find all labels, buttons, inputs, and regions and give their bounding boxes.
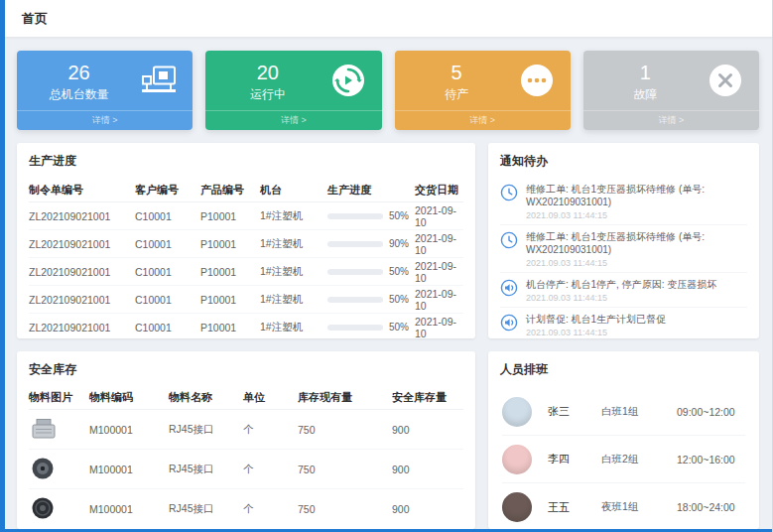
material-image-cell <box>29 457 89 482</box>
col-product: 产品编号 <box>200 183 260 198</box>
product-number: P10001 <box>200 210 260 222</box>
notification-text: 计划督促: 机台1生产计划已督促 <box>526 313 666 326</box>
notification-item[interactable]: 维修工单: 机台1变压器损坏待维修 (单号: WX202109031001) 2… <box>500 225 747 273</box>
progress-bar <box>327 213 383 219</box>
notification-body: 维修工单: 机台1变压器损坏待维修 (单号: WX202109031001) 2… <box>526 183 747 220</box>
current-stock: 750 <box>298 503 392 515</box>
product-number: P10001 <box>200 266 260 278</box>
delivery-date: 2021-09-10 <box>415 232 463 256</box>
schedule-list: 张三 白班1组 09:00~12:00 李四 白班2组 12:00~16:00 <box>488 388 759 529</box>
card-detail-link[interactable]: 详情 > <box>583 110 759 130</box>
progress-percent: 90% <box>389 238 409 249</box>
production-progress-panel: 生产进度 制令单编号 客户编号 产品编号 机台 生产进度 交货日期 ZL2021… <box>17 143 475 338</box>
staff-shift: 白班2组 <box>601 453 677 466</box>
stat-label: 总机台数量 <box>17 86 141 103</box>
material-code: M100001 <box>89 503 169 515</box>
notification-timestamp: 2021.09.03 11:44:15 <box>526 293 716 303</box>
material-image-cell <box>29 417 89 443</box>
material-image-cell <box>29 496 89 522</box>
delivery-date: 2021-09-10 <box>415 288 463 312</box>
notifications-panel-title: 通知待办 <box>488 143 759 178</box>
plug-image <box>29 457 57 482</box>
material-unit: 个 <box>243 423 298 437</box>
staff-time-range: 09:00~12:00 <box>677 406 735 418</box>
material-name: RJ45接口 <box>169 423 243 437</box>
notification-text: 维修工单: 机台1变压器损坏待维修 (单号: WX202109031001) <box>526 230 747 256</box>
safety-stock: 900 <box>392 424 463 436</box>
inventory-table-body: M100001 RJ45接口 个 750 900 <box>29 410 463 529</box>
stat-card[interactable]: 5 待产 详情 > <box>395 51 571 130</box>
col-material-name: 物料名称 <box>169 390 243 405</box>
schedule-row: 李四 白班2组 12:00~16:00 <box>502 436 745 483</box>
progress-percent: 50% <box>389 322 409 332</box>
staff-time-range: 12:00~16:00 <box>677 454 735 466</box>
customer-number: C10001 <box>135 210 200 222</box>
delivery-date: 2021-09-10 <box>415 316 463 339</box>
machine-icon <box>141 64 177 97</box>
notifications-panel: 通知待办 维修工单: 机台1变压器损坏待维修 (单号: WX202109 <box>488 143 759 338</box>
progress-bar <box>327 269 383 275</box>
production-row: ZL202109021001 C10001 P10001 1#注塑机 90% 2… <box>29 230 463 258</box>
customer-number: C10001 <box>135 322 200 333</box>
left-accent-bar <box>0 0 5 532</box>
notification-item[interactable]: 维修工单: 机台1变压器损坏待维修 (单号: WX202109031001) 2… <box>500 178 747 225</box>
notification-timestamp: 2021.09.03 11:44:15 <box>526 210 747 220</box>
stat-card-main: 1 故障 <box>583 51 759 110</box>
progress-bar <box>327 241 383 247</box>
stat-card-main: 5 待产 <box>395 51 571 110</box>
avatar <box>502 397 532 427</box>
card-detail-link[interactable]: 详情 > <box>205 110 381 130</box>
notification-item[interactable]: 机台停产: 机台1停产, 停产原因: 变压器损坏 2021.09.03 11:4… <box>500 273 747 308</box>
col-customer: 客户编号 <box>135 183 200 198</box>
notification-item[interactable]: 计划督促: 机台1生产计划已督促 2021.09.03 11:44:15 <box>500 308 747 338</box>
current-stock: 750 <box>298 464 392 475</box>
col-material-code: 物料编码 <box>89 390 169 405</box>
production-table-body: ZL202109021001 C10001 P10001 1#注塑机 50% 2… <box>29 202 463 338</box>
card-detail-link[interactable]: 详情 > <box>395 110 571 130</box>
staff-schedule-panel: 人员排班 张三 白班1组 09:00~12:00 李四 白班2组 12:0 <box>488 351 759 529</box>
stat-card[interactable]: 20 运行中 <box>205 51 381 130</box>
production-table: 制令单编号 客户编号 产品编号 机台 生产进度 交货日期 ZL202109021… <box>17 178 475 338</box>
stat-value: 26 <box>17 62 141 83</box>
waiting-icon <box>519 64 555 97</box>
stat-card-main: 20 运行中 <box>205 51 381 110</box>
order-number: ZL202109021001 <box>29 210 135 222</box>
speaker-part-image <box>29 496 57 522</box>
machine-name: 1#注塑机 <box>260 293 327 307</box>
stat-card[interactable]: 26 总机台数量 <box>17 51 193 130</box>
page-title: 首页 <box>22 10 48 28</box>
staff-time-range: 18:00~24:00 <box>677 501 735 513</box>
inventory-row: M100001 RJ45接口 个 750 900 <box>29 450 463 489</box>
progress-bar <box>327 297 383 303</box>
col-progress: 生产进度 <box>327 183 415 198</box>
card-detail-link[interactable]: 详情 > <box>17 110 193 130</box>
safety-stock: 900 <box>392 503 463 515</box>
col-current-stock: 库存现有量 <box>298 390 392 405</box>
stat-card[interactable]: 1 故障 详情 > <box>583 51 759 130</box>
staff-name: 王五 <box>548 500 601 515</box>
stat-cards: 26 总机台数量 <box>17 51 759 130</box>
current-stock: 750 <box>298 424 392 436</box>
col-safety-stock: 安全库存量 <box>392 390 463 405</box>
customer-number: C10001 <box>135 294 200 306</box>
production-panel-title: 生产进度 <box>17 143 475 178</box>
machine-name: 1#注塑机 <box>260 237 327 251</box>
machine-name: 1#注塑机 <box>260 209 327 223</box>
running-icon <box>330 64 366 97</box>
machine-name: 1#注塑机 <box>260 265 327 279</box>
inventory-table: 物料图片 物料编码 物料名称 单位 库存现有量 安全库存量 <box>17 386 475 529</box>
avatar <box>502 492 532 522</box>
customer-number: C10001 <box>135 266 200 278</box>
stat-card-text: 26 总机台数量 <box>17 58 141 103</box>
material-name: RJ45接口 <box>169 502 243 516</box>
safety-stock-panel-title: 安全库存 <box>17 351 475 386</box>
stat-label: 待产 <box>395 86 519 103</box>
stat-card-text: 5 待产 <box>395 58 519 103</box>
stat-label: 故障 <box>583 86 708 103</box>
col-machine: 机台 <box>260 183 327 198</box>
staff-shift: 白班1组 <box>601 405 677 419</box>
dashboard-content: 26 总机台数量 <box>0 38 773 529</box>
order-number: ZL202109021001 <box>29 294 135 306</box>
staff-shift: 夜班1组 <box>601 500 677 514</box>
notification-body: 维修工单: 机台1变压器损坏待维修 (单号: WX202109031001) 2… <box>526 230 747 268</box>
